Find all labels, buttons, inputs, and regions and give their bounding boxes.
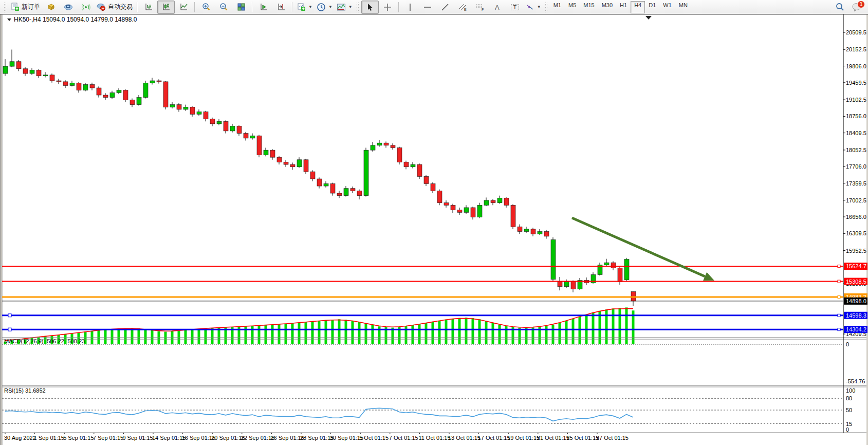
svg-text:16 Sep 01:15: 16 Sep 01:15 [182, 435, 215, 441]
svg-text:5 Oct 01:15: 5 Oct 01:15 [359, 435, 389, 441]
cursor-tool-button[interactable] [361, 1, 379, 14]
periods-button[interactable]: ▼ [315, 1, 335, 14]
timeframe-button-W1[interactable]: W1 [659, 1, 675, 13]
tile-windows-icon [237, 3, 246, 11]
auto-trading-icon [97, 3, 106, 11]
vertical-line-tool-button[interactable] [401, 1, 419, 14]
toolbar-grip[interactable] [545, 2, 548, 12]
svg-text:15624.7: 15624.7 [846, 263, 866, 269]
arrows-tool-button[interactable]: ▼ [524, 1, 543, 14]
signal-icon [82, 3, 90, 11]
notifications-button[interactable]: 1 [852, 2, 863, 13]
auto-scroll-icon [260, 3, 268, 11]
svg-text:15952.5: 15952.5 [846, 248, 866, 254]
new-order-button[interactable]: 新订单 [9, 1, 42, 14]
dropdown-arrow: ▼ [348, 5, 353, 9]
svg-text:15: 15 [846, 421, 852, 427]
timeframe-button-H1[interactable]: H1 [616, 1, 631, 13]
svg-text:22 Sep 01:15: 22 Sep 01:15 [241, 435, 274, 441]
label-tool-button[interactable]: T [506, 1, 524, 14]
separator [137, 2, 138, 12]
arrow-objects-icon [526, 3, 534, 11]
timeframe-button-M5[interactable]: M5 [565, 1, 580, 13]
timeframe-button-MN[interactable]: MN [675, 1, 691, 13]
timeframe-button-M1[interactable]: M1 [550, 1, 565, 13]
svg-text:30 Sep 01:15: 30 Sep 01:15 [330, 435, 363, 441]
yellow-cube-icon [47, 3, 56, 11]
chart-shift-icon [277, 3, 286, 11]
candlestick-mode-button[interactable] [157, 1, 175, 14]
svg-text:14598.3: 14598.3 [846, 312, 866, 319]
text-tool-button[interactable]: A [489, 1, 506, 14]
svg-text:14 Sep 01:15: 14 Sep 01:15 [152, 435, 186, 441]
separator [398, 2, 399, 12]
horizontal-line-tool-button[interactable] [419, 1, 436, 14]
svg-text:21 Oct 01:15: 21 Oct 01:15 [537, 435, 569, 441]
chart-title: HK50-,H4 15094.0 15094.0 14799.0 14898.0 [7, 16, 137, 23]
crosshair-tool-button[interactable] [379, 1, 396, 14]
channel-tool-button[interactable]: E [454, 1, 471, 14]
toolbar-grip[interactable] [4, 2, 7, 12]
svg-text:0: 0 [846, 427, 849, 433]
timeframe-button-M30[interactable]: M30 [598, 1, 616, 13]
auto-scroll-button[interactable] [255, 1, 272, 14]
svg-text:11 Oct 01:15: 11 Oct 01:15 [418, 435, 450, 441]
main-toolbar: 新订单 自动交易 [0, 0, 868, 14]
dropdown-arrow: ▼ [328, 5, 333, 9]
signal-button[interactable] [77, 1, 95, 14]
equidistant-channel-icon: E [458, 3, 467, 11]
svg-text:18756.0: 18756.0 [846, 113, 866, 119]
svg-text:50: 50 [846, 407, 852, 413]
svg-text:20152.5: 20152.5 [846, 46, 866, 52]
svg-text:RSI(15) 31.6852: RSI(15) 31.6852 [4, 387, 46, 394]
new-order-icon [11, 3, 20, 11]
svg-text:HK50-,H4 15094.0 15094.0 1479: HK50-,H4 15094.0 15094.0 14799.0 14898.0 [14, 16, 137, 23]
svg-text:E: E [464, 8, 467, 11]
new-order-label: 新订单 [22, 3, 40, 11]
zoom-in-button[interactable] [197, 1, 215, 14]
svg-text:17706.0: 17706.0 [846, 163, 866, 170]
line-chart-mode-button[interactable] [175, 1, 192, 14]
trendline-icon [441, 3, 449, 11]
zoom-out-button[interactable] [215, 1, 232, 14]
chart-shift-button[interactable] [272, 1, 290, 14]
timeframe-button-D1[interactable]: D1 [645, 1, 659, 13]
fibonacci-icon: F [475, 3, 485, 11]
text-label-icon: T [510, 3, 520, 11]
fibonacci-tool-button[interactable]: F [471, 1, 489, 14]
svg-text:14898.0: 14898.0 [846, 298, 866, 304]
cloud-terminal-button[interactable] [60, 1, 77, 14]
svg-text:7 Oct 01:15: 7 Oct 01:15 [389, 435, 418, 441]
search-button[interactable] [831, 1, 848, 14]
cursor-icon [366, 3, 374, 11]
cloud-terminal-icon [64, 3, 73, 11]
svg-text:20 Sep 01:15: 20 Sep 01:15 [211, 435, 245, 441]
toolbar-grip[interactable] [356, 2, 360, 12]
template-icon [337, 3, 346, 11]
horizontal-line-icon [423, 3, 432, 11]
timeframe-button-H4[interactable]: H4 [631, 1, 645, 13]
candlestick-icon [162, 3, 171, 11]
dropdown-arrow: ▼ [308, 5, 312, 9]
tile-windows-button[interactable] [232, 1, 250, 14]
trading-chart[interactable]: MACD(12,26,9) -506.22 -500.23RSI(15) 31.… [0, 0, 868, 445]
separator [194, 2, 195, 12]
templates-button[interactable]: ▼ [335, 1, 355, 14]
zoom-out-icon [219, 3, 228, 12]
auto-trading-button[interactable]: 自动交易 [95, 1, 135, 14]
svg-text:15308.5: 15308.5 [846, 279, 866, 285]
bar-chart-mode-button[interactable] [140, 1, 157, 14]
trendline-tool-button[interactable] [436, 1, 454, 14]
svg-text:100: 100 [846, 387, 855, 394]
separator [292, 2, 293, 12]
svg-text:26 Sep 01:15: 26 Sep 01:15 [270, 435, 304, 441]
svg-text:18409.5: 18409.5 [846, 130, 866, 136]
separator [252, 2, 253, 12]
svg-text:5 Sep 01:15: 5 Sep 01:15 [63, 435, 94, 441]
chart-canvas[interactable]: MACD(12,26,9) -506.22 -500.23RSI(15) 31.… [0, 0, 868, 445]
cube-button[interactable] [42, 1, 60, 14]
svg-text:18052.5: 18052.5 [846, 147, 866, 153]
timeframe-button-M15[interactable]: M15 [580, 1, 598, 13]
svg-text:30 Aug 2022: 30 Aug 2022 [4, 435, 36, 441]
indicators-button[interactable]: ▼ [295, 1, 315, 14]
